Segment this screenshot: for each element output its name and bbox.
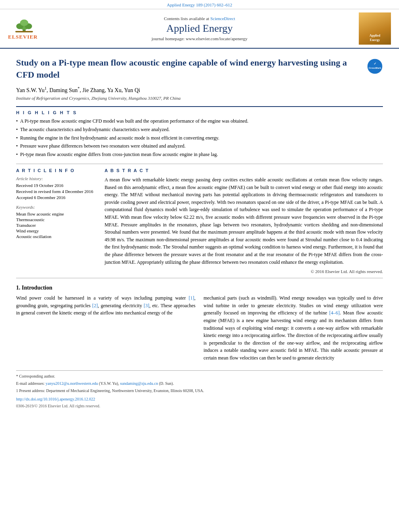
svg-text:CrossMark: CrossMark — [368, 67, 381, 69]
author2-name: , Daming Sun — [47, 87, 78, 93]
journal-badge-area: AppliedEnergy — [343, 12, 391, 45]
issn-line: 0306-2619/© 2016 Elsevier Ltd. All right… — [16, 403, 383, 409]
badge-text: AppliedEnergy — [359, 34, 391, 42]
doi-url[interactable]: http://dx.doi.org/10.1016/j.apenergy.201… — [16, 397, 95, 401]
article-info-label: A R T I C L E I N F O — [16, 168, 97, 173]
article-title: Study on a Pi-type mean flow acoustic en… — [16, 57, 367, 80]
article-info-abstract-area: A R T I C L E I N F O Article history: R… — [16, 168, 383, 274]
elsevier-tree-icon — [8, 17, 40, 33]
keyword-2: Thermoacoustic — [16, 217, 97, 222]
journal-reference-bar: Applied Energy 189 (2017) 602–612 — [0, 0, 399, 9]
applied-energy-badge: AppliedEnergy — [359, 12, 391, 45]
highlight-item-3: Running the engine in the first hydrodyn… — [16, 135, 383, 142]
highlight-item-1: A Pi-type mean flow acoustic engine CFD … — [16, 118, 383, 125]
ref-3-link[interactable]: [3] — [144, 303, 149, 308]
highlights-section: H I G H L I G H T S A Pi-type mean flow … — [16, 110, 383, 158]
article-title-area: Study on a Pi-type mean flow acoustic en… — [16, 57, 383, 80]
highlight-item-4: Pressure wave phase differences between … — [16, 143, 383, 150]
elsevier-logo-area: ELSEVIER — [8, 17, 56, 40]
footnote-area: * Corresponding author. E-mail addresses… — [16, 370, 383, 409]
highlight-item-5: Pi-type mean flow acoustic engine differ… — [16, 151, 383, 158]
highlights-label: H I G H L I G H T S — [16, 110, 383, 115]
journal-homepage-text: journal homepage: www.elsevier.com/locat… — [56, 36, 343, 41]
intro-col-left: Wind power could be harnessed in a varie… — [16, 294, 195, 365]
elsevier-logo: ELSEVIER — [8, 17, 56, 40]
accepted-date: Accepted 6 December 2016 — [16, 195, 97, 200]
keywords-section: Keywords: Mean flow acoustic engine Ther… — [16, 205, 97, 239]
svg-point-6 — [367, 59, 383, 74]
keywords-label: Keywords: — [16, 205, 97, 210]
intro-para2: mechanical parts (such as windmill). Win… — [204, 294, 383, 362]
introduction-section: 1. Introduction Wind power could be harn… — [16, 285, 383, 365]
keyword-1: Mean flow acoustic engine — [16, 212, 97, 216]
ref-2-link[interactable]: [2] — [92, 303, 98, 308]
journal-header-center: Contents lists available at ScienceDirec… — [56, 16, 343, 41]
keyword-3: Transducer — [16, 223, 97, 228]
abstract-divider — [16, 278, 383, 278]
svg-text:✓: ✓ — [374, 62, 376, 66]
highlights-divider — [16, 164, 383, 164]
journal-ref-text: Applied Energy 189 (2017) 602–612 — [167, 2, 232, 7]
footnote-email2-link[interactable]: sundaming@zju.edu.cn — [120, 381, 158, 386]
keyword-5: Acoustic oscillation — [16, 234, 97, 239]
crossmark-badge-icon: ✓ CrossMark — [367, 58, 383, 74]
keyword-4: Wind energy — [16, 228, 97, 233]
svg-rect-5 — [15, 31, 33, 33]
authors-line: Yan S.W. Yu1, Daming Sun*, Jie Zhang, Ya… — [16, 86, 383, 94]
article-info-column: A R T I C L E I N F O Article history: R… — [16, 168, 97, 274]
abstract-column: A B S T R A C T A mean flow with remarka… — [105, 168, 383, 274]
author3-name: , Jie Zhang, Ya Xu, Yun Qi — [80, 87, 140, 93]
affiliation-text: Institute of Refrigeration and Cryogenic… — [16, 96, 383, 101]
received-revised-date: Received in revised form 4 December 2016 — [16, 189, 97, 194]
footnote-email-label: E-mail addresses: — [16, 381, 45, 386]
contents-available-text: Contents lists available at ScienceDirec… — [56, 16, 343, 21]
journal-name: Applied Energy — [56, 23, 343, 35]
footnote-emails: E-mail addresses: yanyu2012@u.northweste… — [16, 380, 383, 386]
received-date: Received 19 October 2016 — [16, 183, 97, 188]
article-history-label: Article history: — [16, 176, 97, 181]
ref-4-6-link[interactable]: [4–6] — [329, 310, 340, 316]
journal-header: ELSEVIER Contents lists available at Sci… — [0, 9, 399, 49]
intro-section-title: 1. Introduction — [16, 285, 383, 291]
abstract-label: A B S T R A C T — [105, 168, 383, 173]
footnote-corresponding: * Corresponding author. — [16, 373, 383, 379]
ref-1-link[interactable]: [1] — [189, 295, 194, 301]
elsevier-brand-label: ELSEVIER — [8, 34, 38, 40]
sciencedirect-link[interactable]: ScienceDirect — [210, 16, 235, 21]
author1-name: Yan S.W. Yu — [16, 87, 45, 93]
abstract-text: A mean flow with remarkable kinetic ener… — [105, 176, 383, 266]
footnote-present-address: 1 Present address: Department of Mechani… — [16, 388, 383, 394]
page-wrapper: Applied Energy 189 (2017) 602–612 ELSEVI… — [0, 0, 399, 532]
main-content: Study on a Pi-type mean flow acoustic en… — [0, 49, 399, 417]
doi-link[interactable]: http://dx.doi.org/10.1016/j.apenergy.201… — [16, 396, 383, 402]
footnote-email1-link[interactable]: yanyu2012@u.northwestern.edu — [45, 381, 98, 386]
intro-para1: Wind power could be harnessed in a varie… — [16, 294, 195, 317]
svg-point-4 — [20, 20, 28, 26]
copyright-line: © 2016 Elsevier Ltd. All rights reserved… — [105, 269, 383, 274]
highlight-item-2: The acoustic characteristics and hydrody… — [16, 126, 383, 133]
header-divider — [16, 106, 383, 107]
intro-col-right: mechanical parts (such as windmill). Win… — [204, 294, 383, 365]
intro-two-col-layout: Wind power could be harnessed in a varie… — [16, 294, 383, 365]
